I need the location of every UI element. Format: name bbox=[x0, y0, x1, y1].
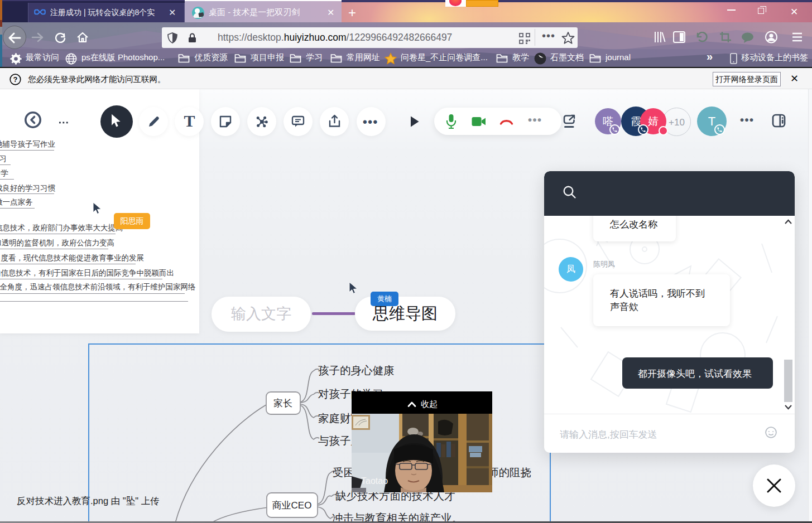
svg-text:家长: 家长 bbox=[273, 398, 292, 409]
svg-text:师的阻挠: 师的阻挠 bbox=[488, 466, 531, 478]
svg-text:孩子的身心健康: 孩子的身心健康 bbox=[318, 364, 395, 376]
svg-text:商业CEO: 商业CEO bbox=[272, 500, 312, 511]
svg-text:?: ? bbox=[13, 75, 18, 84]
